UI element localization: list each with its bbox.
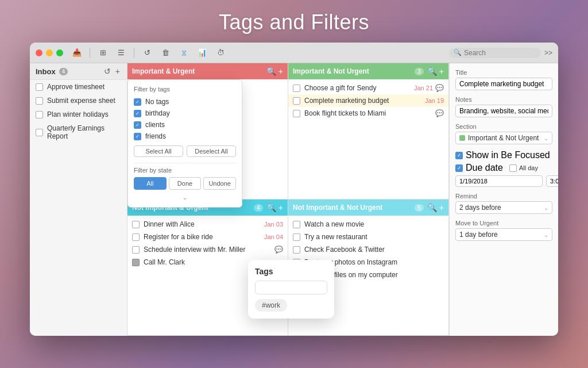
minimize-button[interactable] [46, 49, 53, 56]
col4-search-icon[interactable]: 🔍 [427, 203, 437, 212]
board-header-1: Important & Urgent 🔍 + [127, 63, 288, 79]
filter-tag-checkbox[interactable] [134, 110, 141, 117]
col4-add-icon[interactable]: + [439, 203, 444, 212]
task-text: Quarterly Earnings Report [47, 124, 121, 140]
col3-search-icon[interactable]: 🔍 [266, 203, 276, 212]
rp-move-to-urgent-select[interactable]: 1 day before ⌄ [455, 228, 552, 241]
filter-tag-checkbox[interactable] [134, 133, 141, 140]
filter-tag-checkbox[interactable] [134, 98, 141, 106]
col2-add-icon[interactable]: + [439, 67, 444, 76]
table-row[interactable]: Watch a new movie [288, 218, 448, 231]
select-all-button[interactable]: Select All [134, 145, 183, 157]
list-item[interactable]: Submit expense sheet [30, 94, 127, 108]
task-checkbox[interactable] [293, 221, 300, 228]
timer-icon[interactable]: ⏱ [212, 47, 229, 59]
list-item[interactable]: Approve timesheet [30, 80, 127, 94]
col3-add-icon[interactable]: + [278, 203, 283, 212]
table-row[interactable]: Complete marketing budget Jan 19 [288, 94, 448, 107]
refresh-icon[interactable]: ↺ [139, 47, 155, 59]
filter-state-title: Filter by state [134, 167, 236, 174]
tags-popover-input[interactable] [255, 281, 327, 294]
rp-due-date-checkbox[interactable] [455, 164, 463, 172]
filter-tag-checkbox[interactable] [134, 121, 141, 129]
title-bar: 📥 ⊞ ☰ ↺ 🗑 ⧖ 📊 ⏱ 🔍 >> [30, 43, 558, 63]
all-day-checkbox[interactable] [509, 164, 517, 172]
task-checkbox[interactable] [132, 246, 140, 254]
filter-chevron-icon: ⌄ [134, 193, 236, 201]
col2-search-icon[interactable]: 🔍 [427, 67, 437, 76]
filter-tag-clients[interactable]: clients [134, 119, 236, 131]
rp-date-time-row [455, 175, 552, 187]
rp-remind-label: Remind [455, 193, 552, 200]
task-checkbox[interactable] [293, 110, 300, 117]
filter-state-buttons: All Done Undone [134, 177, 236, 190]
task-checkbox[interactable] [132, 233, 140, 241]
tags-popover-tag[interactable]: #work [255, 299, 287, 312]
sidebar-title: Inbox [36, 67, 56, 76]
search-input[interactable] [464, 49, 533, 57]
table-row[interactable]: Register for a bike ride Jan 04 [127, 231, 288, 243]
chart-icon[interactable]: 📊 [194, 47, 210, 59]
rp-remind-select[interactable]: 2 days before ⌄ [455, 201, 552, 214]
filter-tag-no-tags[interactable]: No tags [134, 96, 236, 108]
rp-title-input[interactable] [455, 78, 552, 90]
rp-show-be-focused-label: Show in Be Focused [466, 150, 550, 160]
table-row[interactable]: Book flight tickets to Miami 💬 [288, 107, 448, 120]
table-row[interactable]: Try a new restaurant [288, 231, 448, 243]
filter-tag-label: birthday [145, 109, 170, 117]
table-row[interactable]: Choose a gift for Sendy Jan 21 💬 [288, 82, 448, 94]
rp-time-input[interactable] [546, 175, 558, 187]
list-item[interactable]: Plan winter holidays [30, 108, 127, 121]
col1-search-icon[interactable]: 🔍 [266, 67, 276, 76]
task-checkbox[interactable] [132, 221, 140, 228]
task-checkbox[interactable] [36, 111, 43, 118]
fullscreen-button[interactable] [56, 49, 63, 56]
trash-icon[interactable]: 🗑 [157, 47, 173, 59]
close-button[interactable] [36, 49, 42, 56]
page-title: Tags and Filters [219, 10, 369, 34]
task-checkbox[interactable] [293, 85, 300, 92]
search-bar[interactable]: 🔍 [449, 48, 541, 58]
table-row[interactable]: Schedule interview with Mr. Miller 💬 [127, 243, 288, 256]
rp-notes-input[interactable] [455, 105, 552, 117]
state-all-button[interactable]: All [134, 177, 167, 190]
rp-notes-field: Notes [455, 96, 552, 117]
table-row[interactable]: Dinner with Alice Jan 03 [127, 218, 288, 231]
expand-button[interactable]: >> [544, 49, 552, 57]
state-done-button[interactable]: Done [169, 177, 202, 190]
rp-show-be-focused-checkbox[interactable] [455, 152, 463, 159]
task-checkbox[interactable] [36, 97, 43, 105]
task-checkbox[interactable] [293, 97, 300, 105]
rp-date-input[interactable] [455, 175, 543, 187]
task-text: Check Facebook & Twitter [304, 246, 444, 254]
state-undone-button[interactable]: Undone [203, 177, 236, 190]
rp-section-label: Section [455, 123, 552, 130]
task-checkbox[interactable] [36, 129, 43, 136]
board-col2-badge: 3 [415, 68, 424, 75]
sidebar-actions: ↺ + [103, 67, 121, 76]
rp-section-select[interactable]: Important & Not Urgent ⌄ [455, 132, 552, 144]
filter-tag-birthday[interactable]: birthday [134, 108, 236, 119]
list-icon[interactable]: ☰ [113, 47, 129, 59]
task-checkbox[interactable] [132, 259, 140, 266]
filter-divider [134, 163, 236, 163]
sidebar-refresh-icon[interactable]: ↺ [103, 67, 112, 76]
task-checkbox[interactable] [36, 83, 43, 91]
board-header-2: Important & Not Urgent 3 🔍 + [288, 63, 448, 79]
task-checkbox[interactable] [293, 233, 300, 241]
list-item[interactable]: Quarterly Earnings Report [30, 121, 127, 143]
deselect-all-button[interactable]: Deselect All [187, 145, 236, 157]
inbox-icon[interactable]: 📥 [69, 47, 85, 59]
grid-icon[interactable]: ⊞ [95, 47, 111, 59]
table-row[interactable]: Check Facebook & Twitter [288, 243, 448, 256]
task-checkbox[interactable] [293, 246, 300, 254]
rp-title-field: Title [455, 69, 552, 90]
filter-icon[interactable]: ⧖ [176, 47, 192, 59]
search-icon: 🔍 [454, 49, 462, 56]
sidebar-add-icon[interactable]: + [114, 67, 121, 76]
rp-notes-label: Notes [455, 96, 552, 103]
filter-dropdown: Filter by tags No tags birthday clients … [127, 79, 242, 208]
filter-tag-friends[interactable]: friends [134, 131, 236, 142]
col1-add-icon[interactable]: + [278, 67, 283, 76]
rp-show-be-focused[interactable]: Show in Be Focused [455, 150, 552, 160]
